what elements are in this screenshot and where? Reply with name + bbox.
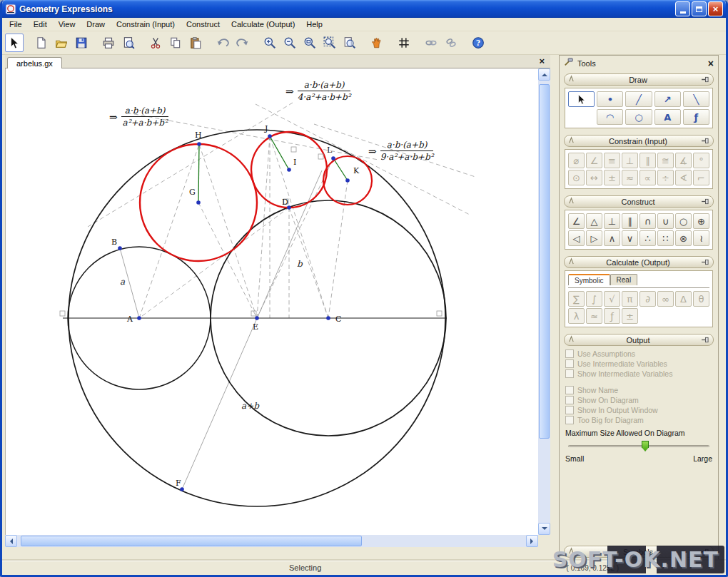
calculate-tool-4-button[interactable]: π <box>622 291 638 307</box>
select-tool-button[interactable] <box>568 91 595 107</box>
construct-tool-9-button[interactable]: ◁ <box>568 230 585 246</box>
point-H[interactable] <box>197 142 201 146</box>
scroll-up-button[interactable] <box>538 68 550 81</box>
section-header-draw[interactable]: Draw <box>564 73 714 86</box>
text-tool-button[interactable]: A <box>654 109 681 125</box>
grid-button[interactable] <box>395 34 413 52</box>
menu-calculate-output[interactable]: Calculate (Output) <box>226 19 300 30</box>
arc-tool-button[interactable]: ◠ <box>597 109 623 125</box>
constrain-tool-13-button[interactable]: ∝ <box>639 170 656 185</box>
zoom-fit-button[interactable] <box>340 34 359 52</box>
construct-tool-2-button[interactable]: △ <box>586 213 602 229</box>
drawing-canvas[interactable]: ABCDEFGHIJKLaba+b ⇒a·b·(a+b)a²+a·b+b²⇒a·… <box>5 68 538 535</box>
constrain-tool-5-button[interactable]: ∥ <box>639 153 656 168</box>
construct-tool-14-button[interactable]: ∷ <box>657 230 674 246</box>
titlebar[interactable]: Geometry Expressions × <box>2 0 726 18</box>
point-L[interactable] <box>331 156 335 160</box>
diagram-line[interactable] <box>198 144 199 203</box>
diagram-line[interactable] <box>333 158 348 180</box>
menu-draw[interactable]: Draw <box>81 19 111 30</box>
section-header-construct[interactable]: Construct <box>564 195 714 208</box>
construct-tool-11-button[interactable]: ∧ <box>604 230 620 246</box>
scroll-down-button[interactable] <box>538 523 550 535</box>
vertical-scrollbar[interactable] <box>538 68 550 535</box>
calculate-tool-9-button[interactable]: λ <box>568 308 585 324</box>
scroll-left-button[interactable] <box>5 535 17 547</box>
construct-tool-16-button[interactable]: ≀ <box>693 230 709 246</box>
construction-line[interactable] <box>257 158 333 318</box>
select-tool-button[interactable] <box>5 34 24 52</box>
calculate-tool-1-button[interactable]: ∑ <box>568 291 585 307</box>
checkbox-box[interactable] <box>565 386 574 394</box>
maximize-button[interactable] <box>692 1 707 16</box>
checkbox-use-assumptions[interactable]: Use Assumptions <box>565 349 712 358</box>
menu-constrain-input[interactable]: Constrain (Input) <box>111 19 181 30</box>
formula-output-3[interactable]: ⇒a·b·(a+b)9·a²+a·b+b² <box>368 140 433 163</box>
copy-button[interactable] <box>166 34 185 52</box>
calculate-tool-5-button[interactable]: ∂ <box>639 291 656 307</box>
max-size-slider[interactable] <box>567 439 711 453</box>
section-header-output[interactable]: Output <box>564 334 714 346</box>
zoom-out-button[interactable] <box>280 34 299 52</box>
checkbox-use-intermediate-variables[interactable]: Use Intermediate Variables <box>565 359 712 368</box>
calculate-tool-7-button[interactable]: Δ <box>675 291 692 307</box>
tab-symbolic[interactable]: Symbolic <box>568 274 610 285</box>
vector-tool-button[interactable]: ↗ <box>654 91 681 107</box>
formula-output-2[interactable]: ⇒a·b·(a+b)4·a²+a·b+b² <box>285 80 350 103</box>
pin-icon[interactable] <box>702 198 709 206</box>
construct-tool-1-button[interactable]: ∠ <box>568 213 585 229</box>
construct-tool-3-button[interactable]: ⊥ <box>604 213 620 229</box>
constrain-tool-10-button[interactable]: ↔ <box>586 170 602 185</box>
constrain-tool-1-button[interactable]: ⌀ <box>568 153 585 168</box>
checkbox-show-intermediate-variables[interactable]: Show Intermediate Variables <box>565 369 712 378</box>
point-K[interactable] <box>345 178 350 183</box>
construct-tool-13-button[interactable]: ∴ <box>639 230 656 246</box>
constrain-tool-15-button[interactable]: ∢ <box>675 170 692 185</box>
scroll-right-button[interactable] <box>526 535 538 547</box>
menu-construct[interactable]: Construct <box>181 19 226 30</box>
construction-line[interactable] <box>270 136 328 318</box>
calculate-tool-11-button[interactable]: ƒ <box>604 308 620 324</box>
pin-icon[interactable] <box>702 336 709 344</box>
checkbox-box[interactable] <box>565 359 574 368</box>
close-button[interactable]: × <box>708 1 723 16</box>
construction-line[interactable] <box>139 208 289 318</box>
tab-arbelus-gx[interactable]: arbelus.gx <box>7 57 62 68</box>
construct-tool-12-button[interactable]: ∨ <box>622 230 638 246</box>
link-button[interactable] <box>422 34 440 52</box>
infinite-line-tool-button[interactable]: ╲ <box>683 91 709 107</box>
construct-tool-5-button[interactable]: ∩ <box>639 213 656 229</box>
pan-button[interactable] <box>368 34 386 52</box>
pin-icon[interactable] <box>702 137 709 145</box>
construct-tool-15-button[interactable]: ⊗ <box>675 230 692 246</box>
slider-thumb[interactable] <box>642 441 649 451</box>
constrain-tool-12-button[interactable]: ≈ <box>622 170 638 185</box>
diagram-line[interactable] <box>270 136 289 170</box>
tools-panel-close-icon[interactable]: × <box>708 58 714 69</box>
document-close-icon[interactable]: × <box>536 56 547 66</box>
checkbox-box[interactable] <box>565 369 574 378</box>
zoom-selection-button[interactable] <box>320 34 339 52</box>
point-tool-button[interactable]: • <box>597 91 623 107</box>
paste-button[interactable] <box>186 34 205 52</box>
vertical-scroll-thumb[interactable] <box>539 84 550 439</box>
constrain-tool-14-button[interactable]: ÷ <box>657 170 674 185</box>
constrain-tool-4-button[interactable]: ⊥ <box>622 153 638 168</box>
cut-button[interactable] <box>146 34 165 52</box>
checkbox-box[interactable] <box>565 416 574 424</box>
print-preview-button[interactable] <box>119 34 138 52</box>
new-button[interactable] <box>32 34 51 52</box>
undo-button[interactable] <box>213 34 232 52</box>
checkbox-box[interactable] <box>565 349 574 358</box>
calculate-tool-8-button[interactable]: θ <box>693 291 709 307</box>
menu-help[interactable]: Help <box>300 19 328 30</box>
menu-view[interactable]: View <box>53 19 81 30</box>
construct-tool-6-button[interactable]: ∪ <box>657 213 674 229</box>
zoom-window-button[interactable] <box>300 34 319 52</box>
open-button[interactable] <box>52 34 71 52</box>
pin-icon[interactable] <box>702 76 709 84</box>
save-button[interactable] <box>72 34 91 52</box>
constrain-tool-2-button[interactable]: ∠ <box>586 153 602 168</box>
calculate-tool-3-button[interactable]: √ <box>604 291 620 307</box>
geometry-diagram[interactable]: ABCDEFGHIJKLaba+b <box>6 68 538 535</box>
